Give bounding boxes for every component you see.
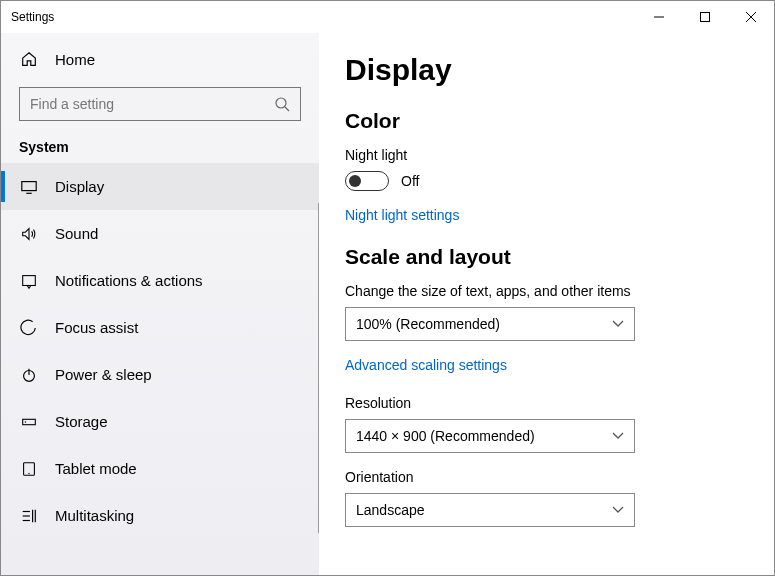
- search-input[interactable]: [30, 96, 274, 112]
- window-controls: [636, 1, 774, 33]
- minimize-button[interactable]: [636, 1, 682, 33]
- svg-rect-8: [23, 275, 36, 285]
- titlebar: Settings: [1, 1, 774, 33]
- sidebar-item-label: Multitasking: [55, 507, 134, 524]
- maximize-icon: [700, 12, 710, 22]
- sidebar: Home System Display Sound Notifica: [1, 33, 319, 575]
- sidebar-item-label: Notifications & actions: [55, 272, 203, 289]
- sidebar-item-label: Display: [55, 178, 104, 195]
- sidebar-item-sound[interactable]: Sound: [1, 210, 319, 257]
- power-icon: [19, 365, 39, 385]
- chevron-down-icon: [612, 319, 624, 330]
- svg-rect-11: [23, 419, 36, 424]
- text-size-label: Change the size of text, apps, and other…: [345, 283, 748, 299]
- sidebar-item-focus-assist[interactable]: Focus assist: [1, 304, 319, 351]
- night-light-settings-link[interactable]: Night light settings: [345, 207, 748, 223]
- category-header: System: [1, 139, 319, 163]
- sidebar-item-notifications[interactable]: Notifications & actions: [1, 257, 319, 304]
- advanced-scaling-link[interactable]: Advanced scaling settings: [345, 357, 748, 373]
- sidebar-item-label: Focus assist: [55, 319, 138, 336]
- sidebar-item-label: Tablet mode: [55, 460, 137, 477]
- page-title: Display: [345, 53, 748, 87]
- orientation-dropdown[interactable]: Landscape: [345, 493, 635, 527]
- text-size-dropdown[interactable]: 100% (Recommended): [345, 307, 635, 341]
- resolution-value: 1440 × 900 (Recommended): [356, 428, 535, 444]
- chevron-down-icon: [612, 505, 624, 516]
- night-light-toggle[interactable]: [345, 171, 389, 191]
- sidebar-item-display[interactable]: Display: [1, 163, 319, 210]
- sidebar-item-tablet[interactable]: Tablet mode: [1, 445, 319, 492]
- home-link[interactable]: Home: [1, 33, 319, 81]
- svg-point-4: [276, 98, 286, 108]
- minimize-icon: [654, 12, 664, 22]
- home-icon: [19, 49, 39, 69]
- orientation-value: Landscape: [356, 502, 425, 518]
- night-light-toggle-row: Off: [345, 171, 748, 191]
- sidebar-item-label: Sound: [55, 225, 98, 242]
- night-light-state: Off: [401, 173, 419, 189]
- svg-point-12: [25, 421, 26, 422]
- storage-icon: [19, 412, 39, 432]
- svg-point-14: [28, 472, 29, 473]
- sidebar-item-label: Power & sleep: [55, 366, 152, 383]
- search-icon: [274, 96, 290, 112]
- svg-rect-1: [701, 13, 710, 22]
- sound-icon: [19, 224, 39, 244]
- tablet-icon: [19, 459, 39, 479]
- sidebar-item-storage[interactable]: Storage: [1, 398, 319, 445]
- night-light-label: Night light: [345, 147, 748, 163]
- orientation-label: Orientation: [345, 469, 748, 485]
- focus-assist-icon: [19, 318, 39, 338]
- window-title: Settings: [11, 10, 54, 24]
- main-content: Display Color Night light Off Night ligh…: [319, 33, 774, 575]
- text-size-value: 100% (Recommended): [356, 316, 500, 332]
- search-box[interactable]: [19, 87, 301, 121]
- color-section-title: Color: [345, 109, 748, 133]
- svg-rect-6: [22, 181, 36, 190]
- close-icon: [746, 12, 756, 22]
- chevron-down-icon: [612, 431, 624, 442]
- multitasking-icon: [19, 506, 39, 526]
- notifications-icon: [19, 271, 39, 291]
- close-button[interactable]: [728, 1, 774, 33]
- maximize-button[interactable]: [682, 1, 728, 33]
- sidebar-item-label: Storage: [55, 413, 108, 430]
- resolution-dropdown[interactable]: 1440 × 900 (Recommended): [345, 419, 635, 453]
- resolution-label: Resolution: [345, 395, 748, 411]
- scale-section-title: Scale and layout: [345, 245, 748, 269]
- home-label: Home: [55, 51, 95, 68]
- sidebar-item-multitasking[interactable]: Multitasking: [1, 492, 319, 539]
- svg-line-5: [285, 107, 289, 111]
- sidebar-item-power[interactable]: Power & sleep: [1, 351, 319, 398]
- display-icon: [19, 177, 39, 197]
